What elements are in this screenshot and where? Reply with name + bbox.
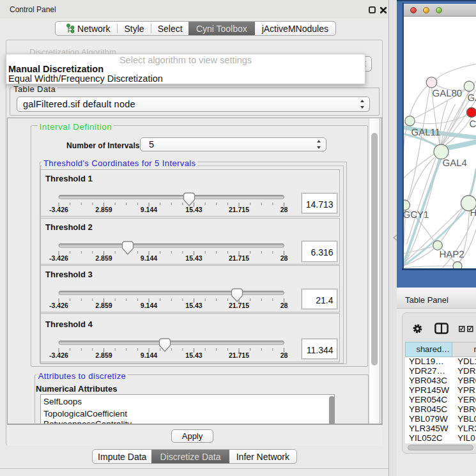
svg-text:9.144: 9.144 <box>141 351 157 359</box>
svg-text:15.43: 15.43 <box>185 206 202 213</box>
svg-text:-3.426: -3.426 <box>49 302 68 309</box>
svg-text:2.859: 2.859 <box>95 206 112 213</box>
svg-text:2.859: 2.859 <box>95 254 112 261</box>
svg-text:9.144: 9.144 <box>141 254 157 261</box>
svg-text:2.859: 2.859 <box>95 351 112 359</box>
svg-text:HIS4: HIS4 <box>470 208 476 219</box>
svg-text:-3.426: -3.426 <box>49 206 68 213</box>
svg-text:28: 28 <box>280 206 288 213</box>
svg-text:GCY1: GCY1 <box>404 210 429 220</box>
svg-text:28: 28 <box>280 254 288 261</box>
svg-text:15.43: 15.43 <box>185 351 202 359</box>
svg-text:21.715: 21.715 <box>229 302 249 309</box>
svg-text:GAL80: GAL80 <box>432 88 462 99</box>
svg-text:CRP1: CRP1 <box>469 119 476 130</box>
svg-text:15.43: 15.43 <box>185 302 202 309</box>
svg-text:GAL4: GAL4 <box>442 158 466 169</box>
svg-text:-3.426: -3.426 <box>49 351 68 359</box>
svg-text:9.144: 9.144 <box>141 302 157 309</box>
svg-text:28: 28 <box>280 302 288 309</box>
svg-text:GAL11: GAL11 <box>411 127 440 138</box>
svg-text:GAL7: GAL7 <box>467 93 476 104</box>
svg-text:2.859: 2.859 <box>95 302 112 309</box>
svg-text:21.715: 21.715 <box>229 351 249 359</box>
svg-text:-3.426: -3.426 <box>49 254 68 261</box>
svg-text:15.43: 15.43 <box>185 254 202 261</box>
svg-text:9.144: 9.144 <box>141 206 157 213</box>
svg-text:28: 28 <box>280 351 288 359</box>
svg-text:21.715: 21.715 <box>229 206 249 213</box>
svg-text:HAP2: HAP2 <box>439 249 464 260</box>
svg-text:21.715: 21.715 <box>229 254 249 261</box>
